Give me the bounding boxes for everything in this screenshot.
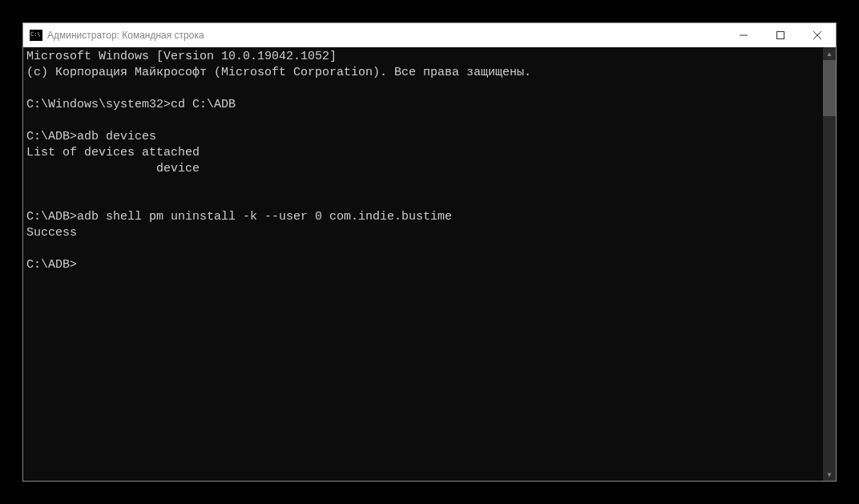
maximize-icon	[776, 31, 784, 39]
scrollbar-up-arrow-icon[interactable]: ▲	[823, 47, 836, 60]
command-prompt-window: Администратор: Командная строка Microsof…	[22, 22, 837, 482]
close-icon	[813, 31, 821, 39]
console-area: Microsoft Windows [Version 10.0.19042.10…	[23, 47, 836, 481]
console-output[interactable]: Microsoft Windows [Version 10.0.19042.10…	[23, 47, 823, 481]
minimize-button[interactable]	[725, 23, 762, 47]
cmd-icon	[30, 30, 42, 41]
scrollbar-track[interactable]	[823, 116, 836, 468]
window-controls	[725, 23, 836, 47]
scrollbar-down-arrow-icon[interactable]: ▼	[823, 468, 836, 481]
vertical-scrollbar[interactable]: ▲ ▼	[823, 47, 836, 481]
titlebar[interactable]: Администратор: Командная строка	[23, 23, 836, 47]
maximize-button[interactable]	[762, 23, 799, 47]
minimize-icon	[740, 31, 748, 39]
scrollbar-thumb[interactable]	[823, 60, 836, 116]
close-button[interactable]	[799, 23, 836, 47]
window-title: Администратор: Командная строка	[47, 30, 725, 41]
svg-rect-1	[777, 32, 784, 39]
